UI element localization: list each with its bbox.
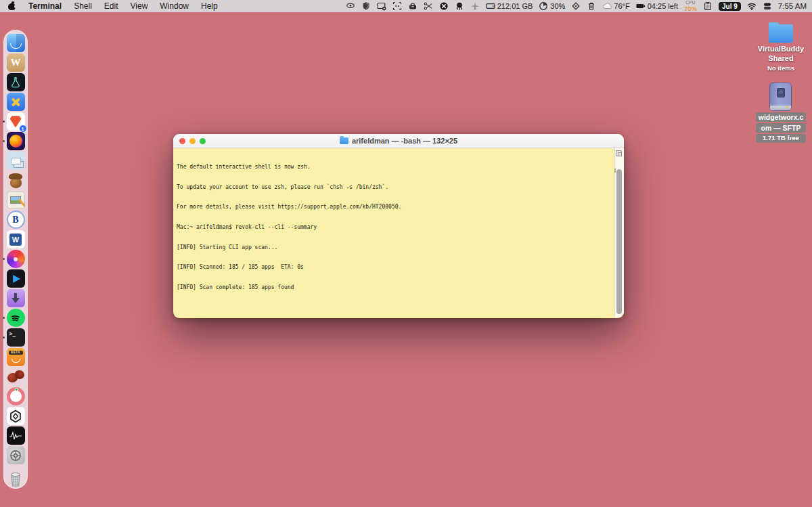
dock-hexagon-app[interactable] — [7, 407, 25, 425]
menu-shell[interactable]: Shell — [74, 1, 92, 11]
scrollback-indicator[interactable] — [616, 150, 622, 156]
close-button[interactable] — [179, 138, 185, 144]
trash-icon — [8, 471, 23, 487]
shield-icon[interactable] — [361, 1, 371, 11]
journal-w-icon: W — [11, 57, 21, 68]
bag-icon[interactable] — [408, 1, 418, 11]
terminal-line: [INFO] Scanned: 185 / 185 apps ETA: 0s — [177, 264, 613, 271]
dock-trash[interactable] — [7, 470, 25, 488]
dock: W 1 B W >_ BETA — [3, 30, 28, 489]
dock-journal-w[interactable]: W — [7, 53, 25, 72]
dock-firefox[interactable] — [7, 132, 25, 150]
dock-brave[interactable]: 1 — [7, 112, 25, 131]
desktop-icon-virtualbuddy-shared[interactable]: VirtualBuddy Shared No items — [758, 24, 804, 72]
dock-screenshots-app[interactable] — [7, 152, 25, 170]
dock-beta-app[interactable]: BETA — [7, 348, 25, 366]
dock-tools-app[interactable] — [7, 93, 25, 111]
cpu-value: 70% — [684, 5, 697, 12]
scissors-icon[interactable] — [424, 1, 433, 11]
dock-waveform-app[interactable] — [7, 426, 25, 445]
waveform-icon — [9, 431, 22, 441]
zoom-button[interactable] — [200, 138, 206, 144]
icon-label-line2: om — SFTP — [756, 123, 807, 133]
menu-help[interactable]: Help — [201, 1, 218, 11]
scroll-mark — [614, 169, 616, 173]
menubar: Terminal Shell Edit View Window Help 212… — [0, 0, 812, 12]
wifi-icon[interactable] — [747, 1, 757, 11]
record-ring-icon — [15, 388, 18, 391]
terminal-content[interactable]: The default interactive shell is now zsh… — [173, 148, 624, 317]
terminal-window: arifeldman — -bash — 132×25 The default … — [173, 134, 624, 318]
squid-icon[interactable] — [455, 1, 464, 11]
dock-settings-dial-app[interactable] — [7, 446, 25, 464]
weather-status[interactable]: 76°F — [602, 1, 629, 11]
menubar-clock[interactable]: 7:55 AM — [778, 2, 807, 10]
terminal-line: [INFO] Starting CLI app scan... — [177, 244, 613, 251]
external-drive-icon — [769, 83, 792, 111]
menu-view[interactable]: View — [131, 1, 148, 11]
cloud-icon — [602, 1, 612, 11]
window-plus-icon[interactable] — [377, 1, 386, 11]
fan-icon[interactable] — [439, 1, 449, 11]
trash-status-icon[interactable] — [587, 1, 596, 11]
play-icon — [13, 275, 20, 283]
beta-band: BETA — [9, 351, 23, 355]
apple-menu-icon[interactable] — [8, 1, 16, 11]
folder-icon — [769, 24, 793, 43]
dock-finder[interactable] — [7, 34, 25, 52]
battery-value: 04:25 left — [648, 2, 678, 10]
scrollbar-thumb[interactable] — [616, 169, 622, 314]
terminal-line: Mac:~ arifeldman$ revok-cli --cli --summ… — [177, 224, 613, 231]
window-title: arifeldman — -bash — 132×25 — [352, 137, 457, 145]
scan-icon[interactable] — [392, 1, 402, 11]
minimize-button[interactable] — [189, 138, 196, 144]
dock-acorn[interactable] — [7, 171, 25, 190]
menu-terminal[interactable]: Terminal — [28, 1, 62, 11]
dock-flask-app[interactable] — [7, 73, 25, 91]
disk-status[interactable]: 212.01 GB — [486, 1, 533, 11]
battery-status[interactable]: 04:25 left — [636, 1, 678, 11]
eye-icon[interactable] — [346, 1, 355, 11]
diamond-arrows-icon[interactable] — [571, 1, 581, 11]
dock-word[interactable]: W — [7, 230, 25, 248]
folder-icon — [340, 137, 348, 144]
dock-boxing-app[interactable] — [7, 368, 25, 386]
menu-edit[interactable]: Edit — [104, 1, 118, 11]
icon-sublabel: 1.71 TB free — [756, 134, 807, 143]
dock-color-swirl-browser[interactable] — [7, 250, 25, 268]
b-emblem-icon: B — [12, 215, 18, 225]
dock-record-ring-app[interactable] — [7, 387, 25, 405]
stacked-displays-icon[interactable] — [763, 1, 772, 11]
icon-label-line2: Shared — [758, 54, 804, 64]
terminal-icon: >_ — [9, 331, 16, 337]
terminal-line: For more details, please visit https://s… — [177, 204, 613, 211]
drive-icon — [486, 1, 495, 11]
battery-icon — [636, 1, 646, 11]
dock-video-player[interactable] — [7, 269, 25, 288]
dock-b-emblem-app[interactable]: B — [7, 211, 25, 229]
pie-icon — [539, 1, 548, 11]
airplane-icon[interactable] — [470, 1, 480, 11]
icon-label-line1: widgetworx.c — [756, 112, 807, 122]
pie-status[interactable]: 30% — [539, 1, 565, 11]
firefox-icon — [9, 135, 22, 148]
temp-value: 76°F — [614, 2, 629, 10]
dock-painting-app[interactable] — [7, 191, 25, 209]
dock-downloader[interactable] — [7, 289, 25, 307]
scrollbar-track[interactable] — [614, 148, 624, 317]
spotify-icon — [9, 312, 22, 324]
dock-terminal[interactable]: >_ — [7, 328, 25, 347]
icon-label-line1: VirtualBuddy — [758, 45, 804, 54]
dock-spotify[interactable] — [7, 309, 25, 327]
word-icon: W — [9, 234, 22, 246]
clipboard-icon[interactable] — [703, 1, 713, 11]
terminal-line: [INFO] Scan complete: 185 apps found — [177, 284, 613, 291]
cpu-status[interactable]: CPU 70% — [684, 1, 697, 12]
color-swirl-icon — [14, 257, 18, 261]
desktop-icon-widgetworx-sftp[interactable]: widgetworx.c om — SFTP 1.71 TB free — [756, 77, 807, 143]
date-badge[interactable]: Jul 9 — [719, 2, 741, 11]
settings-dial-icon — [9, 449, 22, 462]
pie-value: 30% — [550, 2, 565, 10]
terminal-titlebar[interactable]: arifeldman — -bash — 132×25 — [173, 134, 624, 148]
menu-window[interactable]: Window — [160, 1, 189, 11]
